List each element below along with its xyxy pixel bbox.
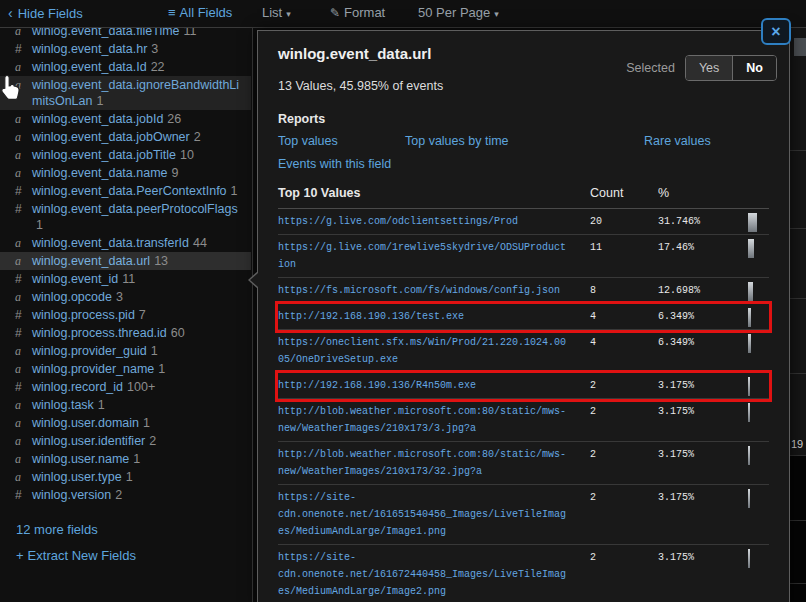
value-link[interactable]: https://fs.microsoft.com/fs/windows/conf… bbox=[278, 282, 568, 299]
percent-bar bbox=[748, 489, 750, 508]
number-field-icon: # bbox=[15, 201, 29, 217]
field-distinct-count: 1 bbox=[96, 94, 103, 108]
value-count: 2 bbox=[568, 489, 654, 540]
value-row: https://site-cdn.onenote.net/16167244045… bbox=[278, 545, 769, 602]
value-link[interactable]: http://192.168.190.136/test.exe bbox=[278, 308, 568, 325]
number-field-icon: # bbox=[15, 307, 29, 323]
per-page-dropdown[interactable]: 50 Per Page▾ bbox=[418, 5, 499, 20]
field-distinct-count: 10 bbox=[180, 148, 194, 162]
number-field-icon: # bbox=[15, 41, 29, 57]
selected-no-button[interactable]: No bbox=[733, 56, 776, 80]
string-field-icon: a bbox=[15, 147, 29, 163]
pct-column-header: % bbox=[654, 186, 740, 200]
field-name: winlog.event_data.PeerContextInfo bbox=[32, 184, 227, 198]
selected-toggle-group: SelectedYesNo bbox=[626, 55, 777, 81]
sidebar-field-item[interactable]: awinlog.user.domain1 bbox=[0, 414, 251, 432]
field-name: winlog.provider_name bbox=[32, 362, 154, 376]
sidebar-field-item[interactable]: awinlog.event_data.name9 bbox=[0, 164, 251, 182]
value-row: https://oneclient.sfx.ms/Win/Prod/21.220… bbox=[278, 330, 769, 373]
sidebar-field-item[interactable]: awinlog.event_data.jobOwner2 bbox=[0, 128, 251, 146]
fields-sidebar: awinlog.event_data.fileTime11#winlog.eve… bbox=[0, 0, 253, 602]
rare-values-link[interactable]: Rare values bbox=[644, 134, 711, 148]
sidebar-field-item[interactable]: awinlog.user.name1 bbox=[0, 450, 251, 468]
field-name: winlog.user.type bbox=[32, 470, 122, 484]
field-distinct-count: 3 bbox=[151, 42, 158, 56]
count-column-header: Count bbox=[568, 186, 654, 200]
scrollbar-thumb[interactable] bbox=[794, 38, 806, 56]
events-with-field-link[interactable]: Events with this field bbox=[278, 157, 391, 171]
field-name: winlog.event_data.jobOwner bbox=[32, 130, 190, 144]
reports-heading: Reports bbox=[278, 112, 769, 126]
per-page-label: 50 Per Page bbox=[418, 5, 490, 20]
value-link[interactable]: http://192.168.190.136/R4n50m.exe bbox=[278, 377, 568, 394]
field-distinct-count: 1 bbox=[151, 344, 158, 358]
value-count: 4 bbox=[568, 334, 654, 368]
value-percent: 31.746% bbox=[654, 213, 740, 230]
top-values-by-time-link[interactable]: Top values by time bbox=[405, 134, 644, 148]
all-fields-button[interactable]: ≡All Fields bbox=[168, 5, 232, 20]
sidebar-field-item[interactable]: #winlog.record_id100+ bbox=[0, 378, 251, 396]
field-detail-popup: × winlog.event_data.url 13 Values, 45.98… bbox=[257, 30, 790, 602]
format-label: Format bbox=[344, 5, 385, 20]
more-fields-link[interactable]: 12 more fields bbox=[16, 522, 98, 537]
value-link[interactable]: https://g.live.com/odclientsettings/Prod bbox=[278, 213, 568, 230]
value-link[interactable]: https://g.live.com/1rewlive5skydrive/ODS… bbox=[278, 239, 568, 273]
string-field-icon: a bbox=[15, 451, 29, 467]
string-field-icon: a bbox=[15, 111, 29, 127]
value-link[interactable]: https://site-cdn.onenote.net/16165154045… bbox=[278, 489, 568, 540]
sidebar-field-item[interactable]: #winlog.event_data.PeerContextInfo1 bbox=[0, 182, 251, 200]
percent-bar bbox=[748, 377, 750, 396]
string-field-icon: a bbox=[15, 397, 29, 413]
value-row-flagged: http://192.168.190.136/test.exe46.349% bbox=[278, 304, 769, 330]
value-link[interactable]: https://oneclient.sfx.ms/Win/Prod/21.220… bbox=[278, 334, 568, 368]
value-link[interactable]: http://blob.weather.microsoft.com:80/sta… bbox=[278, 446, 568, 480]
sidebar-field-item[interactable]: awinlog.task1 bbox=[0, 396, 251, 414]
selected-yes-button[interactable]: Yes bbox=[686, 56, 733, 80]
percent-bar bbox=[748, 446, 750, 465]
field-name: winlog.event_id bbox=[32, 272, 118, 286]
sidebar-field-item[interactable]: #winlog.process.thread.id60 bbox=[0, 324, 251, 342]
value-percent: 3.175% bbox=[654, 377, 740, 394]
extract-new-fields-link[interactable]: +Extract New Fields bbox=[16, 548, 136, 563]
sidebar-field-item[interactable]: #winlog.event_data.hr3 bbox=[0, 40, 251, 58]
format-dropdown[interactable]: ✎Format bbox=[330, 5, 385, 20]
sidebar-field-item[interactable]: #winlog.process.pid7 bbox=[0, 306, 251, 324]
hide-fields-button[interactable]: ‹Hide Fields bbox=[8, 5, 83, 21]
top-values-link[interactable]: Top values bbox=[278, 134, 405, 148]
sidebar-field-item[interactable]: awinlog.event_data.transferId44 bbox=[0, 234, 251, 252]
field-distinct-count: 9 bbox=[172, 166, 179, 180]
field-distinct-count: 13 bbox=[154, 254, 168, 268]
number-field-icon: # bbox=[15, 271, 29, 287]
sidebar-field-item[interactable]: awinlog.event_data.ignoreBandwidthLimits… bbox=[0, 76, 251, 110]
list-view-dropdown[interactable]: List▾ bbox=[262, 5, 291, 20]
field-name: winlog.user.domain bbox=[32, 416, 139, 430]
sidebar-field-item[interactable]: awinlog.event_data.url13 bbox=[0, 252, 251, 270]
number-field-icon: # bbox=[15, 487, 29, 503]
sidebar-field-item[interactable]: awinlog.opcode3 bbox=[0, 288, 251, 306]
value-percent: 3.175% bbox=[654, 489, 740, 540]
hide-fields-label: Hide Fields bbox=[18, 6, 83, 21]
sidebar-field-item[interactable]: #winlog.event_data.peerProtocolFlags1 bbox=[0, 200, 251, 234]
close-icon[interactable]: × bbox=[761, 18, 791, 45]
sidebar-field-item[interactable]: awinlog.event_data.jobId26 bbox=[0, 110, 251, 128]
value-link[interactable]: http://blob.weather.microsoft.com:80/sta… bbox=[278, 403, 568, 437]
number-field-icon: # bbox=[15, 325, 29, 341]
field-name: winlog.event_data.url bbox=[32, 254, 150, 268]
sidebar-field-item[interactable]: awinlog.provider_guid1 bbox=[0, 342, 251, 360]
sidebar-field-item[interactable]: #winlog.event_id11 bbox=[0, 270, 251, 288]
sidebar-field-item[interactable]: awinlog.user.identifier2 bbox=[0, 432, 251, 450]
value-link[interactable]: https://site-cdn.onenote.net/16167244045… bbox=[278, 549, 568, 600]
value-percent: 3.175% bbox=[654, 549, 740, 600]
value-row: https://g.live.com/odclientsettings/Prod… bbox=[278, 209, 769, 235]
field-name: winlog.event_data.name bbox=[32, 166, 168, 180]
field-name: winlog.record_id bbox=[32, 380, 123, 394]
sidebar-field-item[interactable]: awinlog.event_data.jobTitle10 bbox=[0, 146, 251, 164]
value-percent: 12.698% bbox=[654, 282, 740, 299]
sidebar-field-item[interactable]: awinlog.provider_name1 bbox=[0, 360, 251, 378]
sidebar-field-item[interactable]: awinlog.user.type1 bbox=[0, 468, 251, 486]
field-distinct-count: 2 bbox=[194, 130, 201, 144]
sidebar-field-item[interactable]: #winlog.version2 bbox=[0, 486, 251, 504]
sidebar-field-item[interactable]: awinlog.event_data.Id22 bbox=[0, 58, 251, 76]
percent-bar bbox=[748, 549, 750, 568]
all-fields-label: All Fields bbox=[180, 5, 233, 20]
